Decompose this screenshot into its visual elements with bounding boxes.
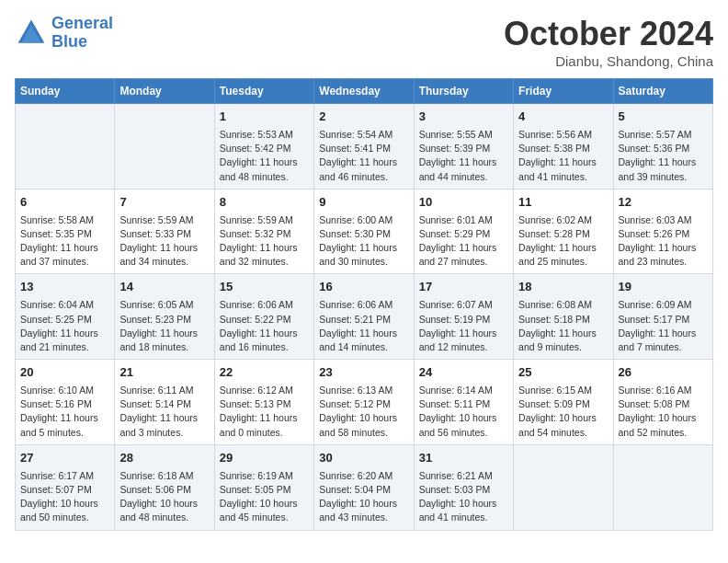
day-info-line: Sunset: 5:39 PM bbox=[419, 142, 508, 155]
day-info-line: Sunrise: 5:58 AM bbox=[20, 213, 109, 227]
calendar-week-1: 1Sunrise: 5:53 AMSunset: 5:42 PMDaylight… bbox=[16, 104, 713, 190]
calendar-cell: 19Sunrise: 6:09 AMSunset: 5:17 PMDayligh… bbox=[613, 274, 712, 360]
weekday-header-tuesday: Tuesday bbox=[214, 79, 313, 104]
day-info-line: Sunrise: 5:59 AM bbox=[220, 213, 309, 227]
day-info-line: Sunrise: 6:15 AM bbox=[518, 384, 608, 397]
day-info-line: Daylight: 11 hours and 0 minutes. bbox=[220, 411, 309, 439]
day-info-line: Sunset: 5:04 PM bbox=[319, 483, 408, 497]
calendar-cell: 9Sunrise: 6:00 AMSunset: 5:30 PMDaylight… bbox=[314, 189, 414, 274]
day-info-line: Sunset: 5:30 PM bbox=[319, 227, 408, 241]
weekday-header-sunday: Sunday bbox=[16, 79, 115, 104]
day-info-line: Sunset: 5:42 PM bbox=[220, 142, 309, 155]
day-info-line: Daylight: 11 hours and 25 minutes. bbox=[518, 241, 608, 269]
calendar-cell: 14Sunrise: 6:05 AMSunset: 5:23 PMDayligh… bbox=[115, 274, 214, 360]
weekday-header-friday: Friday bbox=[514, 79, 613, 104]
day-info-line: Sunrise: 6:14 AM bbox=[419, 384, 508, 397]
calendar-cell: 15Sunrise: 6:06 AMSunset: 5:22 PMDayligh… bbox=[214, 274, 313, 360]
calendar-cell: 12Sunrise: 6:03 AMSunset: 5:26 PMDayligh… bbox=[613, 189, 712, 274]
day-info-line: Daylight: 11 hours and 30 minutes. bbox=[319, 241, 408, 269]
day-info-line: Sunset: 5:28 PM bbox=[518, 227, 608, 241]
day-number: 31 bbox=[419, 450, 508, 467]
day-info-line: Sunrise: 6:17 AM bbox=[20, 469, 109, 483]
day-info-line: Daylight: 10 hours and 50 minutes. bbox=[20, 497, 109, 524]
day-info-line: Sunset: 5:38 PM bbox=[518, 142, 608, 155]
day-info-line: Daylight: 10 hours and 56 minutes. bbox=[419, 411, 508, 439]
day-info-line: Sunset: 5:22 PM bbox=[220, 313, 309, 327]
day-info-line: Daylight: 11 hours and 14 minutes. bbox=[319, 327, 408, 354]
day-info-line: Daylight: 11 hours and 34 minutes. bbox=[119, 241, 209, 269]
day-info-line: Sunrise: 6:06 AM bbox=[319, 298, 408, 312]
day-number: 5 bbox=[619, 109, 708, 126]
day-info-line: Sunset: 5:21 PM bbox=[319, 313, 408, 327]
day-info-line: Daylight: 10 hours and 52 minutes. bbox=[619, 411, 708, 439]
day-number: 9 bbox=[319, 194, 408, 212]
day-info-line: Sunrise: 6:04 AM bbox=[20, 298, 109, 312]
day-number: 12 bbox=[619, 194, 708, 212]
calendar-cell: 28Sunrise: 6:18 AMSunset: 5:06 PMDayligh… bbox=[115, 444, 214, 530]
day-info-line: Sunrise: 6:11 AM bbox=[119, 384, 209, 397]
day-info-line: Sunrise: 6:09 AM bbox=[619, 298, 708, 312]
day-info-line: Sunset: 5:33 PM bbox=[119, 227, 209, 241]
calendar-cell: 18Sunrise: 6:08 AMSunset: 5:18 PMDayligh… bbox=[514, 274, 613, 360]
day-info-line: Daylight: 11 hours and 39 minutes. bbox=[619, 155, 708, 183]
day-info-line: Daylight: 11 hours and 16 minutes. bbox=[220, 327, 309, 354]
day-number: 19 bbox=[619, 279, 708, 296]
day-info-line: Daylight: 10 hours and 48 minutes. bbox=[119, 497, 209, 524]
day-info-line: Daylight: 10 hours and 41 minutes. bbox=[419, 497, 508, 524]
calendar-week-4: 20Sunrise: 6:10 AMSunset: 5:16 PMDayligh… bbox=[16, 360, 713, 445]
day-number: 30 bbox=[319, 450, 408, 467]
day-info-line: Daylight: 11 hours and 44 minutes. bbox=[419, 155, 508, 183]
day-info-line: Sunrise: 6:07 AM bbox=[419, 298, 508, 312]
calendar-cell: 13Sunrise: 6:04 AMSunset: 5:25 PMDayligh… bbox=[16, 274, 115, 360]
day-number: 18 bbox=[518, 279, 608, 296]
day-info-line: Sunset: 5:32 PM bbox=[220, 227, 309, 241]
day-info-line: Daylight: 11 hours and 46 minutes. bbox=[319, 155, 408, 183]
calendar-cell: 4Sunrise: 5:56 AMSunset: 5:38 PMDaylight… bbox=[514, 104, 613, 190]
calendar-week-2: 6Sunrise: 5:58 AMSunset: 5:35 PMDaylight… bbox=[16, 189, 713, 274]
day-info-line: Sunrise: 6:01 AM bbox=[419, 213, 508, 227]
day-info-line: Sunrise: 5:56 AM bbox=[518, 128, 608, 142]
calendar-cell: 10Sunrise: 6:01 AMSunset: 5:29 PMDayligh… bbox=[414, 189, 513, 274]
day-number: 29 bbox=[220, 450, 309, 467]
weekday-header-row: SundayMondayTuesdayWednesdayThursdayFrid… bbox=[16, 79, 713, 104]
month-title: October 2024 bbox=[504, 15, 713, 53]
day-info-line: Daylight: 11 hours and 5 minutes. bbox=[20, 411, 109, 439]
calendar-cell: 7Sunrise: 5:59 AMSunset: 5:33 PMDaylight… bbox=[115, 189, 214, 274]
day-info-line: Sunset: 5:17 PM bbox=[619, 313, 708, 327]
day-info-line: Sunset: 5:13 PM bbox=[220, 397, 309, 411]
day-info-line: Sunrise: 6:03 AM bbox=[619, 213, 708, 227]
day-number: 25 bbox=[518, 364, 608, 382]
day-info-line: Sunset: 5:25 PM bbox=[20, 313, 109, 327]
logo: General Blue bbox=[15, 15, 113, 52]
weekday-header-thursday: Thursday bbox=[414, 79, 513, 104]
weekday-header-monday: Monday bbox=[115, 79, 214, 104]
day-info-line: Sunrise: 6:16 AM bbox=[619, 384, 708, 397]
day-number: 20 bbox=[20, 364, 109, 382]
day-info-line: Sunset: 5:23 PM bbox=[119, 313, 209, 327]
day-number: 3 bbox=[419, 109, 508, 126]
day-info-line: Daylight: 11 hours and 48 minutes. bbox=[220, 155, 309, 183]
calendar-cell: 29Sunrise: 6:19 AMSunset: 5:05 PMDayligh… bbox=[214, 444, 313, 530]
day-info-line: Sunrise: 6:05 AM bbox=[119, 298, 209, 312]
location: Dianbu, Shandong, China bbox=[504, 53, 713, 69]
weekday-header-wednesday: Wednesday bbox=[314, 79, 414, 104]
day-info-line: Daylight: 11 hours and 18 minutes. bbox=[119, 327, 209, 354]
day-number: 4 bbox=[518, 109, 608, 126]
day-info-line: Sunrise: 5:53 AM bbox=[220, 128, 309, 142]
day-info-line: Daylight: 11 hours and 12 minutes. bbox=[419, 327, 508, 354]
calendar-cell bbox=[16, 104, 115, 190]
calendar-week-3: 13Sunrise: 6:04 AMSunset: 5:25 PMDayligh… bbox=[16, 274, 713, 360]
day-number: 24 bbox=[419, 364, 508, 382]
calendar-week-5: 27Sunrise: 6:17 AMSunset: 5:07 PMDayligh… bbox=[16, 444, 713, 530]
calendar-cell: 11Sunrise: 6:02 AMSunset: 5:28 PMDayligh… bbox=[514, 189, 613, 274]
day-number: 11 bbox=[518, 194, 608, 212]
day-info-line: Sunrise: 5:59 AM bbox=[119, 213, 209, 227]
day-number: 28 bbox=[119, 450, 209, 467]
day-info-line: Sunrise: 6:02 AM bbox=[518, 213, 608, 227]
title-block: October 2024 Dianbu, Shandong, China bbox=[504, 15, 713, 69]
day-info-line: Sunrise: 6:18 AM bbox=[119, 469, 209, 483]
day-number: 7 bbox=[119, 194, 209, 212]
calendar-cell: 5Sunrise: 5:57 AMSunset: 5:36 PMDaylight… bbox=[613, 104, 712, 190]
day-info-line: Sunrise: 6:12 AM bbox=[220, 384, 309, 397]
day-info-line: Sunrise: 5:55 AM bbox=[419, 128, 508, 142]
